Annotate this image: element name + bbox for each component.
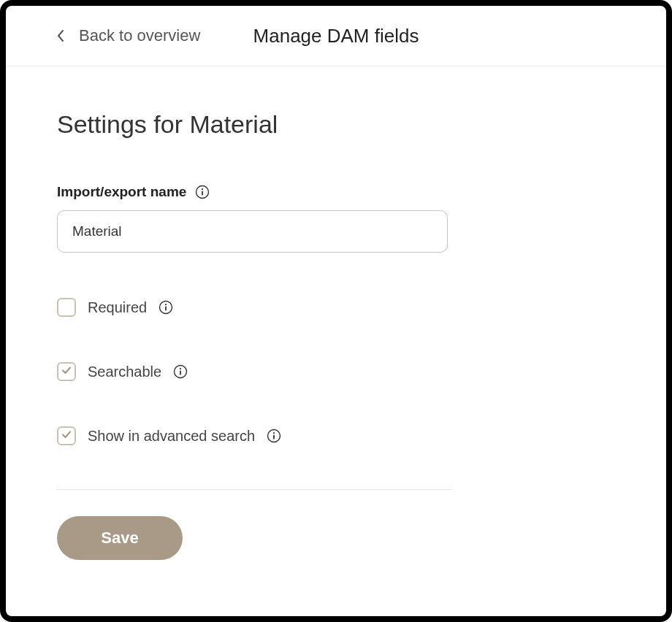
svg-point-10	[273, 432, 275, 434]
check-icon	[61, 364, 72, 379]
svg-point-1	[202, 188, 203, 190]
save-button[interactable]: Save	[57, 516, 183, 560]
header: Back to overview Manage DAM fields	[6, 6, 666, 66]
show-in-advanced-search-label: Show in advanced search	[88, 428, 255, 445]
show-in-advanced-search-checkbox[interactable]	[57, 426, 76, 445]
required-row: Required	[57, 298, 615, 317]
info-icon[interactable]	[159, 300, 173, 315]
import-export-name-input[interactable]	[57, 210, 448, 253]
info-icon[interactable]	[267, 429, 281, 443]
svg-rect-11	[273, 435, 275, 439]
required-checkbox[interactable]	[57, 298, 76, 317]
page-title: Settings for Material	[57, 110, 615, 139]
searchable-row: Searchable	[57, 362, 615, 381]
svg-rect-2	[202, 191, 203, 196]
back-to-overview-link[interactable]: Back to overview	[57, 26, 200, 45]
divider	[57, 489, 451, 490]
check-icon	[61, 429, 72, 443]
required-label: Required	[88, 299, 147, 316]
info-icon[interactable]	[195, 185, 210, 199]
searchable-label: Searchable	[88, 364, 161, 380]
import-export-name-label: Import/export name	[57, 184, 186, 200]
import-export-name-group: Import/export name	[57, 184, 615, 253]
svg-point-4	[165, 304, 167, 305]
svg-rect-8	[180, 371, 181, 375]
info-icon[interactable]	[173, 364, 188, 379]
header-title: Manage DAM fields	[253, 25, 419, 47]
show-in-advanced-search-row: Show in advanced search	[57, 426, 615, 445]
searchable-checkbox[interactable]	[57, 362, 76, 381]
chevron-left-icon	[57, 29, 64, 42]
content: Settings for Material Import/export name	[6, 66, 666, 589]
app-frame: Back to overview Manage DAM fields Setti…	[0, 0, 672, 622]
svg-point-7	[180, 368, 181, 369]
svg-rect-5	[165, 307, 167, 311]
import-export-name-label-row: Import/export name	[57, 184, 615, 200]
back-link-label: Back to overview	[79, 26, 200, 45]
